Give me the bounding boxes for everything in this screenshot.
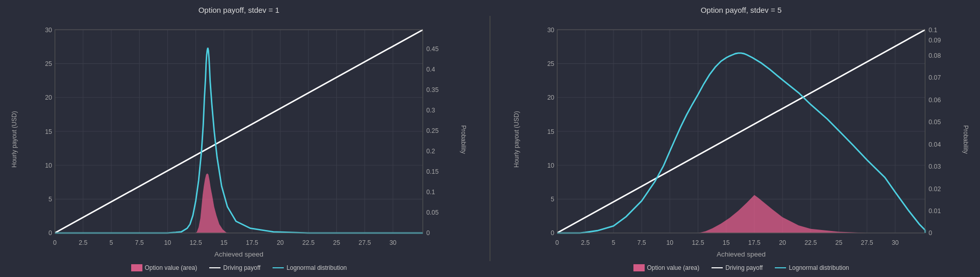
legend2-label-lognormal: Lognormal distribution (789, 264, 849, 271)
svg-text:20: 20 (45, 94, 52, 101)
legend-item-payoff: Driving payoff (209, 264, 260, 271)
svg-text:2.5: 2.5 (581, 239, 590, 246)
svg-text:0.08: 0.08 (928, 52, 941, 59)
svg-text:10: 10 (666, 239, 673, 246)
chart1-legend: Option value (area) Driving payoff Logno… (131, 264, 347, 271)
svg-text:25: 25 (836, 239, 843, 246)
charts-container: Option payoff, stdev = 1 Hourly payout (… (0, 0, 980, 277)
chart2-area: Hourly payout (USD) (511, 17, 971, 262)
svg-text:12.5: 12.5 (189, 239, 202, 246)
svg-text:30: 30 (892, 239, 899, 246)
legend2-label-area: Option value (area) (647, 264, 700, 271)
chart-divider (489, 16, 491, 261)
svg-text:Achieved speed: Achieved speed (214, 250, 263, 258)
svg-text:0: 0 (555, 239, 559, 246)
svg-text:30: 30 (547, 27, 554, 34)
svg-text:5: 5 (48, 196, 52, 203)
legend2-item-area: Option value (area) (633, 264, 700, 271)
svg-text:15: 15 (723, 239, 730, 246)
svg-text:25: 25 (547, 60, 554, 67)
legend2-item-payoff: Driving payoff (712, 264, 763, 271)
svg-text:5: 5 (612, 239, 616, 246)
svg-text:0.1: 0.1 (426, 189, 435, 196)
svg-text:12.5: 12.5 (692, 239, 704, 246)
svg-text:0.07: 0.07 (928, 74, 941, 81)
svg-text:0.04: 0.04 (928, 141, 941, 148)
svg-text:15: 15 (220, 239, 228, 246)
chart1-wrapper: Option payoff, stdev = 1 Hourly payout (… (9, 6, 469, 271)
svg-text:15: 15 (45, 128, 52, 135)
svg-text:10: 10 (45, 162, 52, 169)
svg-text:30: 30 (389, 239, 397, 246)
svg-text:5: 5 (551, 196, 554, 203)
legend-label-area: Option value (area) (145, 264, 198, 271)
svg-text:10: 10 (164, 239, 171, 246)
svg-text:17.5: 17.5 (748, 239, 761, 246)
legend-swatch-payoff (209, 267, 220, 268)
svg-text:0: 0 (53, 239, 57, 246)
chart2-svg-container: 0 5 10 15 20 25 30 0 2.5 5 7.5 10 (523, 17, 960, 262)
chart2-wrapper: Option payoff, stdev = 5 Hourly payout (… (511, 6, 971, 271)
svg-text:0: 0 (426, 229, 430, 237)
svg-text:0: 0 (928, 229, 932, 237)
svg-text:0.15: 0.15 (426, 168, 438, 175)
svg-text:0.02: 0.02 (928, 185, 941, 192)
svg-text:0.3: 0.3 (426, 107, 435, 114)
svg-text:0.45: 0.45 (426, 45, 438, 53)
svg-text:0.4: 0.4 (426, 66, 435, 73)
svg-text:Achieved speed: Achieved speed (717, 250, 766, 258)
legend2-item-lognormal: Lognormal distribution (775, 264, 849, 271)
chart2-y-axis-label: Hourly payout (USD) (511, 17, 522, 262)
chart2-title: Option payoff, stdev = 5 (701, 6, 782, 14)
svg-text:25: 25 (45, 60, 52, 67)
chart2-legend: Option value (area) Driving payoff Logno… (633, 264, 849, 271)
legend-item-area: Option value (area) (131, 264, 198, 271)
legend-label-payoff: Driving payoff (223, 264, 260, 271)
svg-text:0.2: 0.2 (426, 148, 435, 155)
chart1-svg-container: 0 5 10 15 20 25 30 0 2.5 5 7.5 10 (20, 17, 457, 262)
svg-text:2.5: 2.5 (79, 239, 87, 246)
svg-text:30: 30 (45, 27, 52, 34)
legend-item-lognormal: Lognormal distribution (273, 264, 347, 271)
chart1-svg: 0 5 10 15 20 25 30 0 2.5 5 7.5 10 (20, 17, 457, 262)
chart2-svg: 0 5 10 15 20 25 30 0 2.5 5 7.5 10 (523, 17, 960, 262)
svg-text:20: 20 (779, 239, 786, 246)
svg-text:0.01: 0.01 (928, 207, 941, 215)
chart1-area: Hourly payout (USD) (9, 17, 469, 262)
svg-text:20: 20 (277, 239, 284, 246)
legend2-swatch-area (633, 264, 645, 271)
svg-text:22.5: 22.5 (302, 239, 314, 246)
legend2-swatch-payoff (712, 267, 723, 268)
svg-text:7.5: 7.5 (638, 239, 646, 246)
chart2-y-axis-label-right: Probability (961, 17, 971, 262)
svg-rect-0 (20, 17, 457, 262)
svg-text:0.09: 0.09 (928, 37, 941, 44)
svg-text:0.06: 0.06 (928, 97, 941, 104)
svg-text:0: 0 (551, 229, 554, 237)
chart1-y-axis-label-right: Probability (458, 17, 469, 262)
svg-text:0.05: 0.05 (426, 209, 438, 216)
chart1-y-axis-label: Hourly payout (USD) (9, 17, 19, 262)
legend-label-lognormal: Lognormal distribution (286, 264, 347, 271)
svg-text:0: 0 (48, 229, 52, 237)
svg-text:27.5: 27.5 (359, 239, 371, 246)
svg-text:0.03: 0.03 (928, 163, 941, 170)
svg-text:27.5: 27.5 (861, 239, 873, 246)
svg-text:7.5: 7.5 (135, 239, 144, 246)
svg-text:0.35: 0.35 (426, 86, 438, 94)
svg-text:0.1: 0.1 (928, 27, 937, 34)
svg-text:0.25: 0.25 (426, 127, 438, 134)
svg-text:17.5: 17.5 (246, 239, 258, 246)
legend2-label-payoff: Driving payoff (725, 264, 763, 271)
svg-text:10: 10 (547, 162, 554, 169)
svg-text:15: 15 (547, 128, 554, 135)
legend-swatch-area (131, 264, 142, 271)
chart1-title: Option payoff, stdev = 1 (199, 6, 280, 14)
svg-text:5: 5 (110, 239, 113, 246)
svg-text:0.05: 0.05 (928, 119, 941, 126)
svg-text:22.5: 22.5 (804, 239, 817, 246)
svg-text:25: 25 (333, 239, 340, 246)
legend-swatch-lognormal (273, 267, 284, 268)
legend2-swatch-lognormal (775, 267, 786, 268)
svg-text:20: 20 (547, 94, 554, 101)
